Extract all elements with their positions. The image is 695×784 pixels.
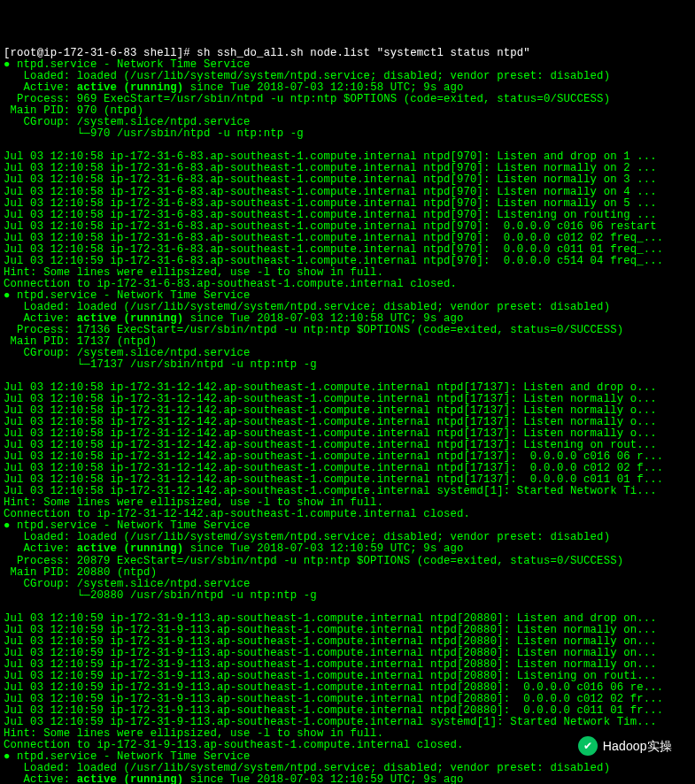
watermark-text: Hadoop实操	[603, 740, 672, 753]
blank-line	[4, 602, 691, 613]
hint-line: Hint: Some lines were ellipsized, use -l…	[4, 267, 691, 279]
log-line: Jul 03 12:10:59 ip-172-31-9-113.ap-south…	[4, 682, 691, 694]
mainpid-line: Main PID: 17137 (ntpd)	[4, 336, 691, 348]
active-status: active (running)	[77, 312, 183, 325]
log-line: Jul 03 12:10:59 ip-172-31-9-113.ap-south…	[4, 648, 691, 659]
service-header: ● ntpd.service - Network Time Service	[4, 290, 691, 302]
active-line: Active: active (running) since Tue 2018-…	[4, 774, 691, 784]
log-line: Jul 03 12:10:59 ip-172-31-9-113.ap-south…	[4, 694, 691, 705]
mainpid-line: Main PID: 20880 (ntpd)	[4, 567, 691, 579]
watermark-badge: ✔ Hadoop实操	[571, 733, 679, 759]
process-line: Process: 20879 ExecStart=/usr/sbin/ntpd …	[4, 556, 691, 567]
cgroup-line: CGroup: /system.slice/ntpd.service	[4, 579, 691, 590]
process-line: Process: 17136 ExecStart=/usr/sbin/ntpd …	[4, 325, 691, 336]
log-line: Jul 03 12:10:59 ip-172-31-9-113.ap-south…	[4, 625, 691, 636]
active-status: active (running)	[77, 773, 183, 784]
active-line: Active: active (running) since Tue 2018-…	[4, 543, 691, 555]
log-line: Jul 03 12:10:58 ip-172-31-6-83.ap-southe…	[4, 221, 691, 233]
wechat-icon: ✔	[578, 736, 598, 756]
log-line: Jul 03 12:10:58 ip-172-31-6-83.ap-southe…	[4, 233, 691, 244]
log-line: Jul 03 12:10:59 ip-172-31-9-113.ap-south…	[4, 636, 691, 648]
log-line: Jul 03 12:10:58 ip-172-31-6-83.ap-southe…	[4, 244, 691, 256]
log-line: Jul 03 12:10:58 ip-172-31-6-83.ap-southe…	[4, 174, 691, 186]
cgroup-tree-line: └─970 /usr/sbin/ntpd -u ntp:ntp -g	[4, 128, 691, 140]
log-line: Jul 03 12:10:59 ip-172-31-6-83.ap-southe…	[4, 256, 691, 267]
active-line: Active: active (running) since Tue 2018-…	[4, 313, 691, 325]
terminal-output[interactable]: [root@ip-172-31-6-83 shell]# sh ssh_do_a…	[4, 48, 691, 784]
log-line: Jul 03 12:10:58 ip-172-31-6-83.ap-southe…	[4, 198, 691, 210]
connection-closed-line: Connection to ip-172-31-6-83.ap-southeas…	[4, 279, 691, 290]
active-status: active (running)	[77, 81, 183, 94]
log-line: Jul 03 12:10:59 ip-172-31-9-113.ap-south…	[4, 705, 691, 717]
cgroup-tree-line: └─17137 /usr/sbin/ntpd -u ntp:ntp -g	[4, 359, 691, 371]
log-line: Jul 03 12:10:59 ip-172-31-9-113.ap-south…	[4, 659, 691, 671]
log-line: Jul 03 12:10:58 ip-172-31-6-83.ap-southe…	[4, 187, 691, 198]
log-line: Jul 03 12:10:59 ip-172-31-9-113.ap-south…	[4, 717, 691, 728]
cgroup-tree-line: └─20880 /usr/sbin/ntpd -u ntp:ntp -g	[4, 590, 691, 602]
cgroup-line: CGroup: /system.slice/ntpd.service	[4, 348, 691, 359]
log-line: Jul 03 12:10:59 ip-172-31-9-113.ap-south…	[4, 613, 691, 625]
log-line: Jul 03 12:10:59 ip-172-31-9-113.ap-south…	[4, 671, 691, 682]
log-line: Jul 03 12:10:58 ip-172-31-6-83.ap-southe…	[4, 210, 691, 221]
active-status: active (running)	[77, 542, 183, 555]
